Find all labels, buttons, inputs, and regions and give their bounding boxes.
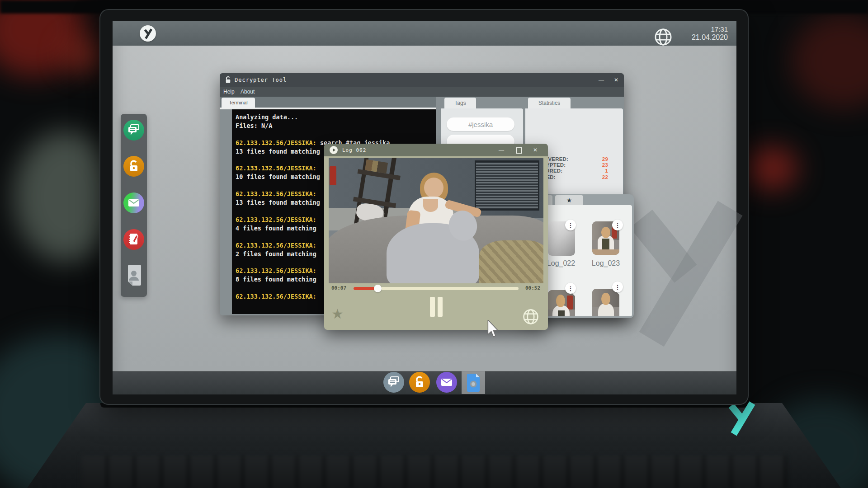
player-current-time: 00:07 — [331, 285, 346, 291]
decrypter-menubar: Help About — [220, 87, 624, 97]
files-tab-favorites[interactable]: ★ — [555, 195, 583, 205]
tab-terminal[interactable]: Terminal — [222, 98, 255, 108]
chat-icon — [127, 124, 140, 136]
menu-help[interactable]: Help — [223, 89, 235, 95]
mail-icon — [128, 199, 140, 207]
star-icon: ★ — [566, 197, 572, 204]
video-person-face — [424, 178, 443, 197]
taskbar-item-chat[interactable] — [383, 372, 404, 393]
video-blinds — [475, 160, 539, 211]
player-maximize-button[interactable] — [516, 147, 522, 154]
menu-about[interactable]: About — [241, 89, 255, 95]
desktop-watermark-y — [615, 181, 746, 361]
tab-statistics[interactable]: Statistics — [528, 98, 571, 108]
video-blanket — [479, 240, 544, 283]
taskbar-item-video-file-active[interactable] — [462, 371, 485, 394]
decrypter-titlebar[interactable]: Decrypter Tool — ✕ — [220, 73, 624, 87]
lock-icon — [414, 375, 425, 389]
pause-bar — [438, 297, 443, 317]
terminal-line: Files: N/A — [236, 122, 436, 130]
decrypter-minimize-button[interactable]: — — [599, 77, 604, 83]
file-menu-button[interactable]: ⋮ — [565, 220, 576, 230]
taskbar-item-mail[interactable] — [436, 372, 457, 393]
video-file-icon — [466, 373, 481, 392]
thumb-person-tank — [602, 239, 610, 251]
file-label: Log_023 — [588, 259, 624, 267]
mail-icon — [441, 378, 453, 386]
video-red-object — [330, 166, 336, 185]
dock-item-chat[interactable] — [123, 120, 144, 141]
player-titlebar[interactable]: Log_062 — ✕ — [324, 144, 548, 156]
favorite-star-button[interactable]: ★ — [331, 307, 344, 321]
terminal-line: Analyzing data... — [236, 113, 436, 122]
thumb-person-head — [601, 227, 610, 238]
unlock-icon — [225, 76, 231, 84]
bokeh-red-small — [63, 38, 106, 72]
taskbar-item-decrypter[interactable] — [409, 372, 430, 393]
dock-item-contacts[interactable] — [125, 264, 142, 286]
brand-logo-teal — [724, 399, 757, 436]
pause-bar — [430, 297, 435, 317]
video-frame[interactable] — [329, 158, 543, 283]
dock-item-decrypter[interactable] — [123, 156, 144, 177]
file-menu-button[interactable]: ⋮ — [612, 282, 623, 292]
player-progress-knob[interactable] — [374, 285, 382, 292]
player-total-time: 00:52 — [525, 285, 540, 291]
clock: 17:31 21.04.2020 — [665, 25, 728, 42]
file-thumbnail[interactable] — [548, 290, 575, 316]
decrypter-window-title: Decrypter Tool — [235, 77, 287, 83]
play-icon — [330, 146, 338, 154]
file-menu-button[interactable]: ⋮ — [612, 220, 623, 230]
player-minimize-button[interactable]: — — [499, 147, 504, 153]
video-player-window: Log_062 — ✕ — [324, 144, 548, 330]
player-window-title: Log_062 — [342, 147, 366, 153]
os-topbar — [113, 21, 736, 46]
video-person-chest — [423, 199, 438, 212]
decrypter-close-button[interactable]: ✕ — [614, 77, 618, 83]
unlock-icon — [128, 160, 139, 173]
dock-item-notes[interactable] — [123, 229, 144, 250]
thumb-person-tank — [558, 310, 565, 316]
os-logo-y-icon — [143, 28, 153, 39]
thumb-person-body — [598, 304, 614, 316]
laptop-keyboard-blur — [81, 455, 787, 488]
dock-item-mail[interactable] — [123, 192, 144, 213]
clock-date: 21.04.2020 — [665, 33, 728, 42]
notes-icon — [128, 233, 140, 246]
tab-tags[interactable]: Tags — [444, 98, 476, 108]
file-thumbnail[interactable] — [592, 289, 619, 316]
thumb-person-head — [556, 295, 565, 307]
player-progress-track[interactable] — [354, 287, 519, 290]
pause-button[interactable] — [429, 297, 443, 318]
mouse-cursor — [487, 320, 500, 338]
bokeh-red-right — [746, 147, 798, 190]
player-close-button[interactable]: ✕ — [533, 147, 538, 153]
thumb-desk — [592, 249, 619, 255]
tag-chip[interactable]: #jessika — [447, 117, 514, 131]
player-globe-button[interactable] — [522, 308, 539, 325]
file-label: Log_022 — [543, 259, 579, 267]
contact-file-icon — [125, 264, 142, 286]
os-logo-button[interactable] — [140, 25, 156, 42]
scene-root: { "topbar": { "logo": "y", "time": "17:3… — [0, 0, 868, 488]
bokeh-darkred-topright — [791, 14, 868, 108]
clock-time: 17:31 — [665, 25, 728, 33]
thumb-red-detail — [567, 296, 573, 310]
thumb-person-head — [601, 293, 610, 305]
file-menu-button[interactable]: ⋮ — [565, 283, 576, 294]
chat-icon — [387, 376, 400, 388]
terminal-line — [236, 130, 436, 139]
